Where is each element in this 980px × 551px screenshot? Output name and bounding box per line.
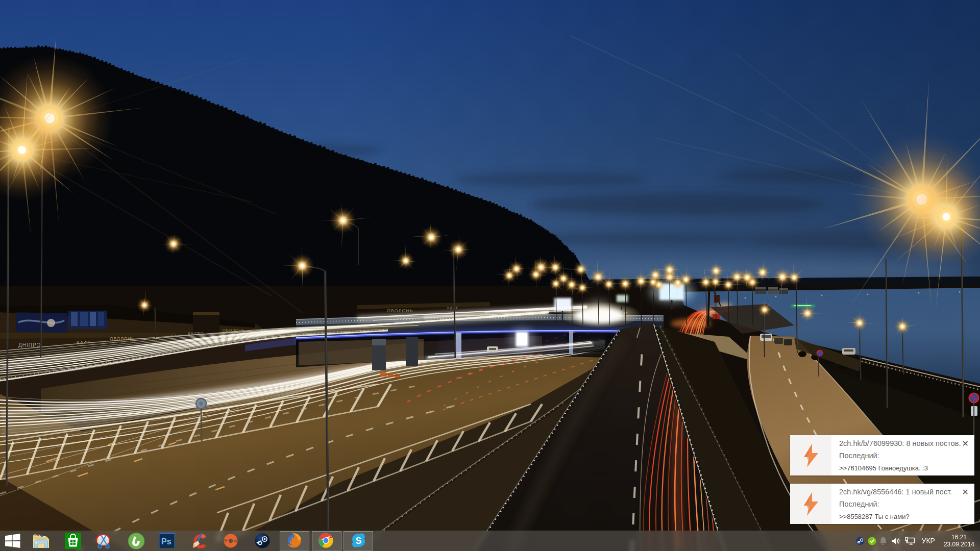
svg-text:ОБОЛОНЬ: ОБОЛОНЬ — [387, 308, 413, 313]
svg-text:Ps: Ps — [161, 537, 172, 546]
svg-text:КАФЕ: КАФЕ — [447, 306, 459, 310]
svg-text:S: S — [356, 536, 362, 546]
